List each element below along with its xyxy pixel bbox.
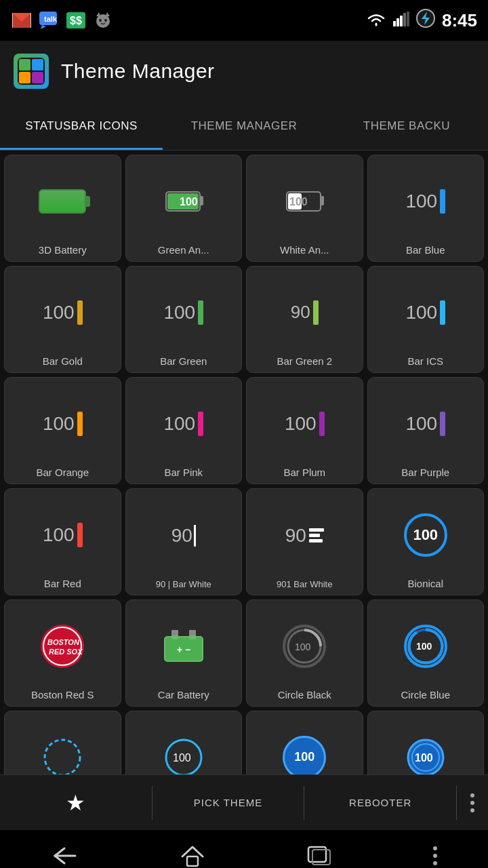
theme-item-bar-pink[interactable]: 100 Bar Pink bbox=[125, 377, 243, 484]
theme-item-bar-green2[interactable]: 90 Bar Green 2 bbox=[246, 266, 363, 373]
app-title: Theme Manager bbox=[61, 60, 215, 83]
theme-item-bar-white2[interactable]: 90 901 Bar White bbox=[246, 488, 363, 595]
svg-point-13 bbox=[104, 19, 107, 22]
theme-item-bar-blue[interactable]: 100 Bar Blue bbox=[367, 155, 485, 262]
favorite-button[interactable]: ★ bbox=[0, 775, 152, 830]
theme-item-bar-orange[interactable]: 100 Bar Orange bbox=[4, 377, 121, 484]
theme-item-bar-purple[interactable]: 100 Bar Purple bbox=[367, 377, 485, 484]
theme-label-bar-green2: Bar Green 2 bbox=[277, 355, 332, 367]
cat-icon bbox=[92, 9, 114, 31]
theme-item-green-android[interactable]: 100 Green An... bbox=[125, 155, 243, 262]
back-button[interactable] bbox=[51, 846, 78, 866]
theme-preview-circle-blue4: 100 bbox=[251, 718, 359, 774]
theme-item-bionical[interactable]: 100 Bionical bbox=[367, 488, 485, 595]
svg-point-12 bbox=[99, 19, 102, 22]
theme-item-bar-gold[interactable]: 100 Bar Gold bbox=[4, 266, 121, 373]
back-icon bbox=[51, 846, 78, 866]
theme-item-3d-battery[interactable]: 3D Battery bbox=[4, 155, 121, 262]
theme-item-circle-black[interactable]: 100 Circle Black bbox=[246, 599, 363, 707]
home-button[interactable] bbox=[180, 844, 205, 867]
bar-green2-icon: 90 bbox=[291, 300, 319, 325]
wifi-icon bbox=[366, 12, 386, 30]
theme-preview-bar-green: 100 bbox=[130, 273, 238, 351]
theme-label-car-battery: Car Battery bbox=[158, 689, 209, 701]
theme-preview-bar-ics: 100 bbox=[372, 273, 480, 351]
bionical-icon: 100 bbox=[404, 513, 447, 557]
circle-blue4-icon: 100 bbox=[283, 736, 326, 775]
white-android-icon: 100 bbox=[284, 190, 325, 213]
theme-label-bar-green: Bar Green bbox=[160, 355, 207, 367]
theme-item-circle-blue3[interactable]: 100 Circle Blue bbox=[125, 711, 243, 774]
circle-blue3-icon: 100 bbox=[162, 736, 205, 775]
theme-item-circle-blue1[interactable]: 100 Circle Blue bbox=[367, 599, 485, 707]
nav-bar bbox=[0, 830, 488, 868]
svg-rect-25 bbox=[32, 72, 43, 83]
circle-blue2-icon bbox=[41, 736, 84, 775]
theme-preview-bar-plum: 100 bbox=[251, 384, 359, 462]
theme-item-bar-green[interactable]: 100 Bar Green bbox=[125, 266, 243, 373]
more-options-button[interactable] bbox=[457, 775, 488, 830]
theme-preview-circle-blue1: 100 bbox=[372, 607, 480, 685]
svg-rect-31 bbox=[321, 196, 324, 205]
bar-orange-icon: 100 bbox=[43, 412, 83, 436]
theme-item-bar-ics[interactable]: 100 Bar ICS bbox=[367, 266, 485, 373]
theme-label-bar-purple: Bar Purple bbox=[401, 467, 449, 478]
theme-preview-boston: BOSTON RED SOX bbox=[9, 607, 117, 685]
svg-text:+  −: + − bbox=[177, 644, 190, 655]
svg-point-34 bbox=[43, 627, 81, 665]
theme-preview-3d-battery bbox=[9, 162, 117, 240]
theme-item-bar-red[interactable]: 100 Bar Red bbox=[4, 488, 121, 595]
theme-label-bar-gold: Bar Gold bbox=[43, 355, 83, 367]
recent-apps-button[interactable] bbox=[307, 846, 331, 866]
theme-label-bar-orange: Bar Orange bbox=[36, 467, 89, 478]
theme-item-circle-blue4[interactable]: 100 Circle Blue bbox=[246, 711, 363, 774]
theme-label-white-android: White An... bbox=[280, 244, 329, 256]
theme-label-bar-red: Bar Red bbox=[44, 578, 81, 589]
theme-preview-bar-green2: 90 bbox=[251, 273, 359, 351]
bar-ics-icon: 100 bbox=[405, 300, 445, 325]
bar-purple-icon: 100 bbox=[405, 412, 445, 436]
theme-preview-bar-white2: 90 bbox=[251, 496, 359, 575]
boston-icon: BOSTON RED SOX bbox=[41, 625, 84, 668]
gmail-icon bbox=[11, 9, 33, 31]
status-icons-right: 8:45 bbox=[366, 9, 477, 32]
tab-statusbar-icons[interactable]: Statusbar Icons bbox=[0, 102, 163, 150]
circle-blue1-icon: 100 bbox=[404, 625, 447, 668]
svg-marker-10 bbox=[96, 12, 100, 16]
circle-black-icon: 100 bbox=[283, 625, 326, 668]
talk-icon: talk bbox=[38, 9, 60, 31]
theme-preview-circle-blue2-2: 100 bbox=[372, 718, 480, 774]
theme-preview-bar-red: 100 bbox=[9, 496, 117, 574]
theme-item-circle-blue2[interactable]: Circle Blue bbox=[4, 711, 121, 774]
battery-3d-icon bbox=[39, 189, 86, 214]
svg-text:100: 100 bbox=[173, 752, 191, 764]
rebooter-button[interactable]: REBOOTER bbox=[304, 775, 456, 830]
theme-preview-bar-pink: 100 bbox=[130, 384, 238, 462]
svg-rect-16 bbox=[400, 16, 403, 26]
svg-rect-23 bbox=[32, 59, 43, 71]
theme-item-white-android[interactable]: 100 White An... bbox=[246, 155, 363, 262]
nav-more-button[interactable] bbox=[433, 846, 437, 865]
theme-label-bar-pink: Bar Pink bbox=[164, 467, 203, 478]
theme-label-green-android: Green An... bbox=[158, 244, 209, 256]
bar-blue-icon: 100 bbox=[405, 189, 445, 214]
svg-rect-15 bbox=[396, 18, 399, 26]
tab-theme-manager[interactable]: Theme Manager bbox=[163, 102, 325, 150]
theme-preview-bar-purple: 100 bbox=[372, 384, 480, 462]
app-bar: Theme Manager bbox=[0, 41, 488, 102]
svg-text:100: 100 bbox=[416, 641, 432, 652]
svg-rect-40 bbox=[171, 630, 178, 635]
status-icons-left: talk $$ bbox=[11, 9, 114, 31]
app-logo bbox=[14, 54, 49, 89]
pick-theme-button[interactable]: PICK THEME bbox=[152, 775, 304, 830]
theme-item-car-battery[interactable]: + − Car Battery bbox=[125, 599, 243, 707]
tab-theme-backup[interactable]: Theme Backu bbox=[325, 102, 488, 150]
theme-item-bar-white1[interactable]: 90 90 | Bar White bbox=[125, 488, 243, 595]
theme-label-bionical: Bionical bbox=[407, 578, 443, 589]
theme-item-bar-plum[interactable]: 100 Bar Plum bbox=[246, 377, 363, 484]
svg-text:BOSTON: BOSTON bbox=[47, 638, 80, 646]
theme-item-boston[interactable]: BOSTON RED SOX Boston Red S bbox=[4, 599, 121, 707]
bar-plum-icon: 100 bbox=[285, 412, 325, 436]
theme-item-circle-blue2-2[interactable]: 100 Circle Blue2 bbox=[367, 711, 485, 774]
theme-label-bar-white2: 901 Bar White bbox=[277, 579, 332, 589]
